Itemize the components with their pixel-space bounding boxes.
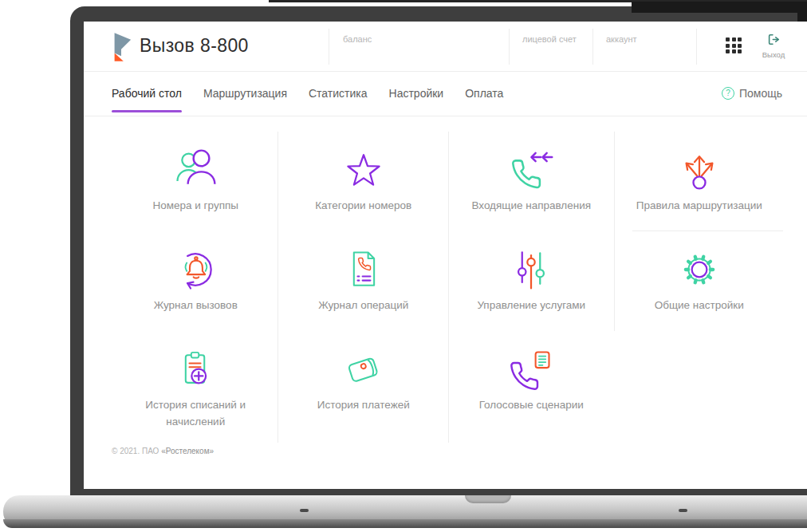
tile-operations-journal[interactable]: Журнал операций — [280, 231, 448, 331]
tile-label: Голосовые сценарии — [479, 397, 584, 414]
help-label: Помощь — [739, 87, 782, 100]
clipboard-plus-icon — [171, 345, 219, 393]
grid-divider — [448, 132, 449, 443]
laptop-notch — [465, 495, 511, 503]
tile-label: Журнал вызовов — [154, 298, 238, 314]
header-divider — [592, 29, 593, 65]
copyright: © 2021. ПАО «Ростелеком» — [112, 447, 214, 455]
help-link[interactable]: ? Помощь — [722, 71, 782, 116]
tile-services-management[interactable]: Управление услугами — [447, 231, 616, 331]
laptop-foot — [300, 509, 309, 512]
tile-incoming-directions[interactable]: Входящие направления — [447, 132, 616, 231]
personal-account-label: лицевой счет — [522, 34, 577, 44]
tab-settings[interactable]: Настройки — [389, 71, 444, 116]
exit-button[interactable]: Выход — [755, 33, 792, 59]
tile-label: Управление услугами — [477, 298, 585, 314]
sliders-icon — [507, 246, 555, 294]
voice-script-icon — [507, 345, 555, 393]
tile-label: История платежей — [317, 397, 410, 414]
tile-label: История списаний и начислений — [124, 397, 266, 431]
app-header: Вызов 8-800 баланс лицевой счет аккаунт — [84, 22, 807, 72]
tab-statistics[interactable]: Статистика — [309, 71, 368, 116]
laptop-foot — [679, 509, 687, 512]
incoming-calls-icon — [507, 146, 555, 194]
main-nav: Рабочий стол Маршрутизация Статистика На… — [84, 71, 807, 116]
logout-icon — [767, 33, 781, 46]
balance-label: баланс — [343, 34, 372, 44]
nav-tabs: Рабочий стол Маршрутизация Статистика На… — [112, 71, 503, 116]
wallet-icon — [340, 345, 388, 393]
tile-label: Журнал операций — [318, 298, 408, 314]
grid-divider — [278, 132, 278, 443]
question-circle-icon: ? — [722, 87, 734, 100]
header-divider — [329, 29, 329, 65]
gear-icon — [675, 246, 723, 294]
tab-desktop[interactable]: Рабочий стол — [112, 71, 182, 116]
tile-call-journal[interactable]: Журнал вызовов — [112, 231, 280, 331]
apps-grid-button[interactable] — [726, 36, 745, 55]
exit-label: Выход — [755, 50, 792, 59]
tile-voice-scenarios[interactable]: Голосовые сценарии — [447, 331, 616, 443]
tab-payment[interactable]: Оплата — [465, 71, 503, 116]
tile-number-categories[interactable]: Категории номеров — [280, 132, 448, 231]
tile-label: Правила маршрутизации — [636, 198, 762, 215]
star-icon — [340, 146, 388, 194]
tile-label: Общие настройки — [655, 298, 744, 314]
copyright-org: «Ростелеком» — [161, 447, 214, 455]
operations-journal-icon — [340, 246, 388, 294]
call-journal-icon — [171, 246, 219, 294]
users-icon — [171, 146, 219, 194]
tile-payments-history[interactable]: История платежей — [280, 331, 448, 443]
apps-grid-icon — [726, 37, 745, 53]
header-divider — [696, 29, 697, 65]
app-title: Вызов 8-800 — [140, 35, 249, 57]
grid-divider — [632, 231, 783, 231]
laptop-screen: Вызов 8-800 баланс лицевой счет аккаунт — [84, 22, 807, 489]
header-divider — [509, 29, 510, 65]
tile-label: Номера и группы — [153, 198, 238, 215]
tile-general-settings[interactable]: Общие настройки — [616, 231, 784, 331]
tab-routing[interactable]: Маршрутизация — [203, 71, 287, 116]
tile-label: Категории номеров — [315, 198, 411, 215]
account-label: аккаунт — [606, 34, 637, 44]
laptop-base-underside — [3, 519, 807, 528]
tile-label: Входящие направления — [471, 198, 591, 215]
tile-empty — [616, 331, 784, 443]
tile-routing-rules[interactable]: Правила маршрутизации — [616, 132, 784, 231]
rostelecom-logo[interactable] — [110, 30, 132, 64]
tile-numbers-groups[interactable]: Номера и группы — [112, 132, 280, 231]
laptop-base — [3, 495, 807, 528]
grid-divider — [614, 132, 615, 331]
dashboard-grid: Номера и группы Категории номеров — [112, 132, 783, 443]
routing-arrows-icon — [675, 146, 723, 194]
tile-charges-history[interactable]: История списаний и начислений — [112, 331, 280, 443]
laptop-lid-top-right — [632, 2, 807, 13]
copyright-prefix: © 2021. ПАО — [112, 447, 161, 455]
